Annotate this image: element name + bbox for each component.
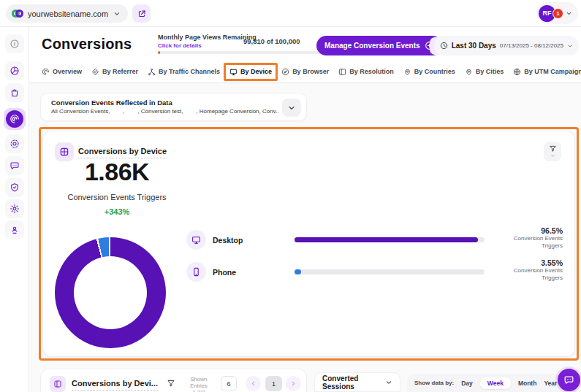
period-option-month[interactable]: Month [518,380,537,387]
events-bar-expand-button[interactable] [282,99,301,117]
tab-by-browser[interactable]: By Browser [281,68,329,76]
chat-widget-button[interactable] [558,369,580,391]
phone-row-icon [186,262,206,282]
notification-badge: 1 [552,8,563,19]
map-pin-icon [465,68,473,76]
device-icon [229,68,238,76]
tab-label: By Referrer [102,68,138,75]
pagination-prev-button[interactable] [246,376,261,391]
sidebar-item-conversions-active[interactable] [4,108,26,130]
collapse-icon [10,39,20,49]
tab-by-cities[interactable]: By Cities [465,68,504,76]
period-option-week[interactable]: Week [480,377,511,389]
device-sub-label: Triggers [482,242,563,250]
chat-icon [10,161,20,171]
shown-entries-label: Shown Entries [181,376,216,389]
tab-label: By Traffic Channels [159,68,220,75]
filter-funnel-icon [549,145,557,153]
period-label: Last 30 Days [452,42,496,50]
table-filter-button[interactable] [167,379,175,388]
app-root: yourwebsitename.com RF 1 Conversions Mon… [0,0,581,392]
chevron-down-icon [113,10,121,18]
sidebar-item-settings[interactable] [5,199,24,218]
pagination-next-button[interactable] [286,376,301,391]
tab-by-countries[interactable]: By Countries [403,68,455,76]
quota-progress-fill [158,51,160,54]
page-title: Conversions [42,36,132,53]
shopping-bag-icon [10,88,20,98]
tab-overview[interactable]: Overview [42,68,82,76]
filter-funnel-icon [167,379,175,388]
browser-icon [281,68,289,76]
globe-icon [513,68,521,76]
device-sub-label: Conversion Events [482,267,563,274]
page-size-select[interactable]: 6 [221,376,237,391]
quota-progressbar [158,51,335,54]
sidebar-item-ecommerce[interactable] [5,83,24,102]
sidebar-item-visitors[interactable] [5,220,24,239]
tab-by-traffic-channels[interactable]: By Traffic Channels [148,68,220,76]
resolution-icon [338,68,346,76]
tab-label: By Browser [292,68,329,75]
referrer-icon [91,68,99,76]
device-row-label: Phone [213,268,236,277]
pagination-current-page[interactable]: 1 [265,376,282,391]
table-card-title: Conversions by Devi... [72,379,158,391]
manage-conversion-events-button[interactable]: Manage Conversion Events [316,36,442,55]
site-name: yourwebsitename.com [28,9,108,18]
period-option-year[interactable]: Year [544,380,557,387]
device-sub-label: Conversion Events [482,235,563,242]
tab-by-device[interactable]: By Device [229,68,272,76]
card-title: Conversions by Device [78,147,167,158]
tab-label: By Device [240,68,272,75]
tab-label: By UTM Campaign [524,68,581,75]
entries-range: 1-2/2 [181,389,216,392]
table-card-icon [50,376,66,392]
events-bar-title: Conversion Events Reflected in Data [51,99,172,107]
quota-details-link[interactable]: Click for details [158,42,202,49]
period-option-day[interactable]: Day [461,380,473,387]
metric-select-label: Converted Sessions [322,374,385,391]
chat-bubble-icon [563,374,574,385]
open-site-button[interactable] [132,4,151,23]
phone-stats: 3.55% Conversion Events Triggers [482,258,563,282]
site-selector[interactable]: yourwebsitename.com [6,4,128,23]
card-filter-button[interactable] [544,142,561,161]
traffic-channels-icon [148,68,156,76]
date-range-value: 07/13/2025 - 08/12/2025 [500,42,563,49]
map-pin-icon [403,68,411,76]
tab-by-resolution[interactable]: By Resolution [338,68,394,76]
metric-select[interactable]: Converted Sessions [314,372,400,392]
site-logo-icon [12,9,23,18]
quota-label: Monthly Page Views Remaining [158,34,257,41]
shield-check-icon [10,182,20,193]
sidebar-item-dashboard[interactable] [5,61,24,80]
tab-label: By Cities [476,68,504,75]
user-menu[interactable]: RF 1 [536,2,578,24]
date-range-picker[interactable]: Last 30 Days 07/13/2025 - 08/12/2025 [434,36,579,55]
delta-percentage: +343% [48,207,186,216]
table-icon [53,380,62,388]
device-sub-label: Triggers [482,274,563,282]
device-bar-fill [295,237,478,242]
tab-by-utm-campaign[interactable]: By UTM Campaign [513,68,581,76]
sidebar-item-feedback[interactable] [5,156,24,175]
sidebar-collapse-button[interactable] [5,34,24,53]
tab-label: By Resolution [349,68,394,75]
chevron-left-icon [250,380,257,387]
device-table-card: Conversions by Devi... Shown Entries 1-2… [40,369,307,392]
sidebar-item-privacy[interactable] [5,178,24,197]
manage-button-label: Manage Conversion Events [324,42,420,50]
phone-icon [191,267,201,277]
show-data-by-label: Show data by: [414,380,454,386]
desktop-stats: 96.5% Conversion Events Triggers [482,226,563,250]
desktop-icon [191,235,201,245]
chevron-down-icon [567,43,573,49]
sidebar-item-retention[interactable] [5,134,24,153]
person-pin-icon [10,225,20,235]
tab-by-referrer[interactable]: By Referrer [91,68,138,76]
events-bar-summary: All Conversion Events, , , Conversion te… [51,108,279,115]
chevron-down-icon [566,10,572,17]
overview-icon [42,68,50,76]
desktop-row-icon [186,230,206,250]
